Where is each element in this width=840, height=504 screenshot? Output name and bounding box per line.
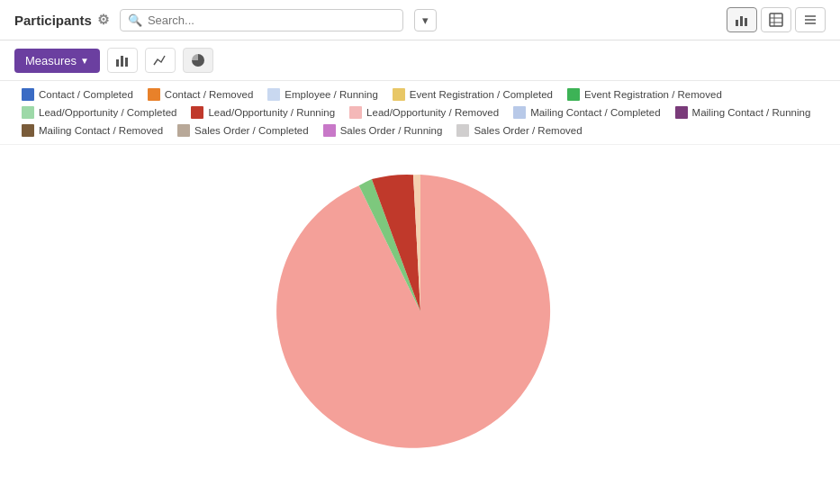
legend-color-mailing-contact-removed [22,124,34,137]
legend-label-lead-opp-completed: Lead/Opportunity / Completed [39,107,176,118]
legend-item-lead-opp-running: Lead/Opportunity / Running [191,106,335,119]
line-chart-toolbar-button[interactable] [145,48,176,73]
table-icon [769,13,783,27]
legend-color-sales-order-completed [177,124,190,137]
toolbar: Measures ▼ [0,40,840,81]
table-view-button[interactable] [761,7,791,32]
measures-button[interactable]: Measures ▼ [14,49,100,73]
bar-chart-icon [735,13,749,27]
svg-rect-0 [736,20,738,26]
legend-label-employee-running: Employee / Running [285,89,378,100]
list-view-button[interactable] [795,7,826,32]
legend-color-contact-completed [22,88,34,101]
svg-rect-2 [745,18,747,26]
list-icon [803,13,817,27]
legend-label-mailing-contact-removed: Mailing Contact / Removed [39,125,163,136]
legend-item-event-reg-completed: Event Registration / Completed [393,88,553,101]
legend-color-employee-running [267,88,280,101]
svg-rect-11 [121,56,123,67]
search-dropdown-button[interactable]: ▾ [414,9,437,32]
legend-color-mailing-contact-completed [513,106,526,119]
bar-chart-toolbar-icon [115,53,130,68]
search-icon: 🔍 [128,14,142,27]
svg-rect-10 [116,59,119,67]
legend-color-sales-order-removed [456,124,469,137]
legend-label-mailing-contact-completed: Mailing Contact / Completed [530,107,660,118]
svg-rect-3 [770,14,782,26]
legend-color-lead-opp-running [191,106,203,119]
legend-item-lead-opp-removed: Lead/Opportunity / Removed [349,106,499,119]
legend-item-lead-opp-completed: Lead/Opportunity / Completed [22,106,176,119]
legend-item-mailing-contact-removed: Mailing Contact / Removed [22,124,163,137]
legend-color-lead-opp-removed [349,106,362,119]
legend-item-sales-order-running: Sales Order / Running [323,124,443,137]
legend-color-event-reg-removed [567,88,580,101]
svg-rect-1 [740,16,743,26]
search-bar: 🔍 [120,9,404,32]
legend-color-event-reg-completed [393,88,405,101]
legend-color-contact-removed [148,88,160,101]
bar-chart-toolbar-button[interactable] [107,48,138,73]
legend-item-employee-running: Employee / Running [267,88,378,101]
legend-label-sales-order-removed: Sales Order / Removed [474,125,582,136]
pie-chart-toolbar-icon [191,53,205,68]
legend-item-contact-removed: Contact / Removed [148,88,253,101]
search-input[interactable] [148,14,396,27]
gear-icon[interactable]: ⚙ [97,12,109,28]
legend-label-sales-order-running: Sales Order / Running [340,125,443,136]
svg-rect-12 [125,58,128,67]
page-title: Participants ⚙ [14,12,109,28]
title-text: Participants [14,13,92,28]
legend-item-contact-completed: Contact / Completed [22,88,133,101]
pie-chart [276,167,565,455]
legend-label-lead-opp-running: Lead/Opportunity / Running [208,107,335,118]
legend-label-event-reg-completed: Event Registration / Completed [410,89,553,100]
legend-color-mailing-contact-running [675,106,688,119]
legend-label-lead-opp-removed: Lead/Opportunity / Removed [366,107,499,118]
legend-label-sales-order-completed: Sales Order / Completed [194,125,309,136]
legend-label-contact-completed: Contact / Completed [39,89,133,100]
legend-label-event-reg-removed: Event Registration / Removed [584,89,722,100]
measures-label: Measures [25,54,77,68]
chart-area [0,145,840,478]
legend-item-event-reg-removed: Event Registration / Removed [567,88,722,101]
legend-item-sales-order-completed: Sales Order / Completed [177,124,309,137]
legend-color-sales-order-running [323,124,336,137]
view-buttons [727,7,826,32]
measures-caret: ▼ [80,56,89,66]
top-bar: Participants ⚙ 🔍 ▾ [0,0,840,40]
legend-color-lead-opp-completed [22,106,34,119]
line-chart-toolbar-icon [153,53,167,68]
legend-label-mailing-contact-running: Mailing Contact / Running [692,107,811,118]
legend-item-sales-order-removed: Sales Order / Removed [456,124,582,137]
legend: Contact / CompletedContact / RemovedEmpl… [0,81,840,145]
pie-chart-toolbar-button[interactable] [183,48,213,73]
legend-item-mailing-contact-running: Mailing Contact / Running [675,106,811,119]
chart-view-button[interactable] [727,7,757,32]
legend-item-mailing-contact-completed: Mailing Contact / Completed [513,106,660,119]
pie-svg [276,167,565,455]
legend-label-contact-removed: Contact / Removed [165,89,253,100]
